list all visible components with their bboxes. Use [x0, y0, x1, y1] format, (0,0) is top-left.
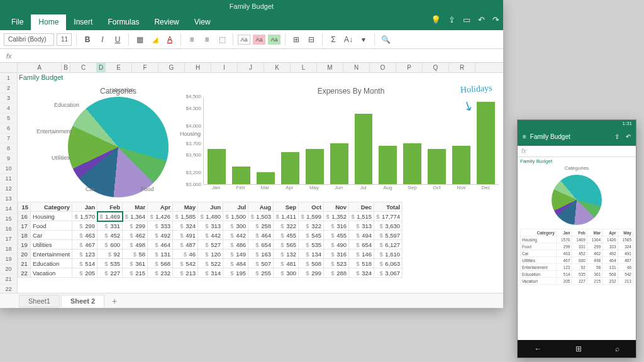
- row-head-19[interactable]: 19: [0, 254, 17, 264]
- row-head-9[interactable]: 9: [0, 153, 17, 163]
- style-bad[interactable]: Aa: [253, 35, 265, 45]
- col-head-M[interactable]: M: [317, 63, 343, 72]
- row-head-18[interactable]: 18: [0, 244, 17, 254]
- share-icon[interactable]: ⇪: [448, 15, 455, 25]
- row-head-16[interactable]: 16: [0, 224, 17, 234]
- notebook-icon[interactable]: ▭: [463, 15, 470, 25]
- col-head-P[interactable]: P: [396, 63, 423, 72]
- titlebar: Family Budget: [0, 0, 503, 13]
- menu-tab-home[interactable]: Home: [31, 14, 66, 30]
- menu-tab-file[interactable]: File: [4, 14, 31, 30]
- row-head-13[interactable]: 13: [0, 194, 17, 204]
- row-head-8[interactable]: 8: [0, 143, 17, 153]
- bar-chart[interactable]: Expenses By Month Holidays ↘ $3,000$3,20…: [203, 87, 499, 197]
- phone-search-icon[interactable]: ⌕: [615, 344, 619, 353]
- col-head-A[interactable]: A: [18, 63, 62, 72]
- row-head-7[interactable]: 7: [0, 133, 17, 143]
- row-head-6[interactable]: 6: [0, 123, 17, 133]
- cells-area[interactable]: Family Budget Categories Vacation Educat…: [18, 73, 503, 293]
- menu-tab-view[interactable]: View: [187, 14, 218, 30]
- bar: [232, 167, 250, 184]
- row-head-11[interactable]: 11: [0, 173, 17, 184]
- phone-sheet-title: Family Budget: [520, 158, 633, 164]
- col-head-B[interactable]: B: [62, 63, 70, 72]
- font-color-button[interactable]: A: [164, 33, 176, 46]
- menu-tab-formulas[interactable]: Formulas: [100, 14, 147, 30]
- row-head-2[interactable]: 2: [0, 83, 17, 93]
- underline-button[interactable]: U: [111, 33, 124, 46]
- align-center-button[interactable]: ≡: [201, 33, 213, 46]
- col-head-L[interactable]: L: [291, 63, 317, 72]
- row-headers[interactable]: 12345678910111213141516171819202122: [0, 73, 18, 293]
- redo-icon[interactable]: ↷: [492, 15, 499, 25]
- row-head-15[interactable]: 15: [0, 214, 17, 224]
- merge-button[interactable]: ⬚: [216, 33, 228, 46]
- sheet-title-cell[interactable]: Family Budget: [19, 74, 63, 81]
- col-head-H[interactable]: H: [185, 63, 211, 72]
- filter-button[interactable]: ▾: [357, 33, 370, 46]
- menu-tab-review[interactable]: Review: [147, 14, 186, 30]
- row-head-22[interactable]: 22: [0, 284, 17, 293]
- insert-cells-button[interactable]: ⊞: [290, 33, 303, 46]
- row-head-14[interactable]: 14: [0, 204, 17, 214]
- phone-formula-bar[interactable]: fx: [518, 146, 636, 157]
- col-head-R[interactable]: R: [449, 63, 475, 72]
- sheet-tab-sheet1[interactable]: Sheet1: [19, 295, 60, 307]
- border-button[interactable]: ▦: [133, 33, 146, 46]
- phone-grid[interactable]: Family Budget Categories CategoryJanFebM…: [518, 157, 636, 340]
- style-good[interactable]: Aa: [268, 35, 280, 45]
- col-head-J[interactable]: J: [238, 63, 264, 72]
- row-head-17[interactable]: 17: [0, 234, 17, 244]
- formula-bar[interactable]: fx: [0, 49, 503, 63]
- align-left-button[interactable]: ≡: [186, 33, 198, 46]
- row-head-4[interactable]: 4: [0, 103, 17, 113]
- phone-titlebar: ≡ Family Budget ⇪ ↶: [518, 127, 636, 146]
- bulb-icon[interactable]: 💡: [431, 15, 441, 25]
- phone-undo-icon[interactable]: ↶: [626, 133, 631, 140]
- phone-pie-chart: [552, 175, 602, 225]
- col-head-N[interactable]: N: [343, 63, 370, 72]
- row-head-20[interactable]: 20: [0, 264, 17, 274]
- row-head-5[interactable]: 5: [0, 113, 17, 123]
- find-button[interactable]: 🔍: [379, 33, 392, 46]
- phone-table[interactable]: CategoryJanFebMarAprMayHousing1570146913…: [520, 229, 633, 285]
- row-head-10[interactable]: 10: [0, 163, 17, 173]
- autosum-button[interactable]: Σ: [327, 33, 340, 46]
- italic-button[interactable]: I: [96, 33, 109, 46]
- col-head-K[interactable]: K: [264, 63, 291, 72]
- sort-button[interactable]: A↓: [342, 33, 355, 46]
- phone-menu-icon[interactable]: ≡: [523, 133, 526, 140]
- bar: [379, 146, 397, 184]
- phone-back-icon[interactable]: ←: [535, 344, 542, 353]
- font-size-box[interactable]: 11: [57, 33, 72, 46]
- menu-tab-insert[interactable]: Insert: [66, 14, 100, 30]
- undo-icon[interactable]: ↶: [478, 15, 485, 25]
- excel-window: Family Budget FileHomeInsertFormulasRevi…: [0, 0, 503, 308]
- pie-chart[interactable]: Categories Vacation Education Entertainm…: [36, 87, 200, 197]
- row-head-1[interactable]: 1: [0, 73, 17, 83]
- col-head-Q[interactable]: Q: [423, 63, 449, 72]
- bar-x-axis: JanFebMarAprMayJunJulAugSepOctNovDec: [203, 185, 499, 190]
- column-headers[interactable]: ABCDEFGHIJKLMNOPQR: [0, 63, 503, 73]
- col-head-F[interactable]: F: [132, 63, 158, 72]
- col-head-C[interactable]: C: [70, 63, 97, 72]
- row-head-12[interactable]: 12: [0, 184, 17, 194]
- spreadsheet-grid[interactable]: ABCDEFGHIJKLMNOPQR 123456789101112131415…: [0, 63, 503, 293]
- fill-color-button[interactable]: ◢: [148, 33, 161, 46]
- col-head-O[interactable]: O: [370, 63, 396, 72]
- phone-share-icon[interactable]: ⇪: [614, 133, 619, 140]
- data-table[interactable]: 15CategoryJanFebMarAprMayJunJulAugSepOct…: [18, 202, 402, 278]
- delete-cells-button[interactable]: ⊟: [305, 33, 318, 46]
- add-sheet-button[interactable]: +: [106, 294, 123, 308]
- col-head-D[interactable]: D: [97, 63, 106, 72]
- style-normal[interactable]: Aa: [238, 35, 250, 45]
- row-head-21[interactable]: 21: [0, 274, 17, 284]
- col-head-E[interactable]: E: [106, 63, 132, 72]
- font-name-box[interactable]: Calibri (Body): [4, 33, 54, 46]
- row-head-3[interactable]: 3: [0, 93, 17, 103]
- col-head-G[interactable]: G: [158, 63, 185, 72]
- bold-button[interactable]: B: [81, 33, 94, 46]
- sheet-tab-sheet2[interactable]: Sheet 2: [61, 295, 104, 307]
- phone-windows-icon[interactable]: ⊞: [575, 344, 582, 353]
- col-head-I[interactable]: I: [211, 63, 238, 72]
